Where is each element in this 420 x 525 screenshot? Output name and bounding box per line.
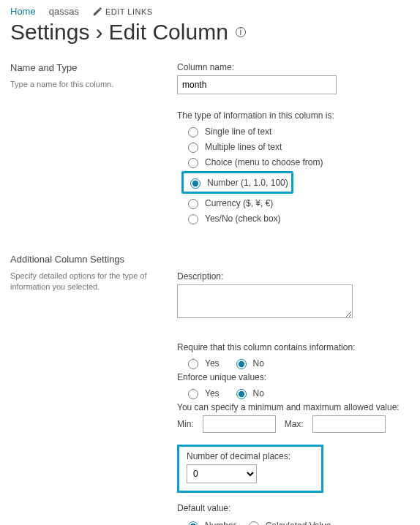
decimal-select[interactable]: 0 <box>187 464 257 483</box>
minmax-row: Min: Max: <box>177 415 410 433</box>
type-number-label: Number (1, 1.0, 100) <box>207 178 288 188</box>
require-yes-radio[interactable] <box>188 359 198 369</box>
require-no-label: No <box>253 358 264 369</box>
type-multi-line-radio[interactable] <box>188 143 198 153</box>
nav-crumb[interactable]: qassas <box>49 6 79 17</box>
top-nav: Home qassas EDIT LINKS <box>0 0 420 20</box>
default-number-label: Number <box>205 521 236 526</box>
minmax-label: You can specify a minimum and maximum al… <box>177 402 410 412</box>
page-title: Settings › Edit Column i <box>10 20 420 45</box>
default-number-radio[interactable] <box>188 521 198 525</box>
require-group: Yes No <box>184 357 410 369</box>
default-calculated-label: Calculated Value <box>266 521 331 526</box>
max-label: Max: <box>285 419 304 429</box>
type-number-radio[interactable] <box>190 178 200 189</box>
description-label: Description: <box>177 271 410 282</box>
title-settings: Settings <box>10 20 89 45</box>
title-edit-column: Edit Column <box>108 20 228 45</box>
section-additional-heading: Additional Column Settings <box>10 254 164 265</box>
edit-links-button[interactable]: EDIT LINKS <box>92 7 153 17</box>
type-multi-line[interactable]: Multiple lines of text <box>184 140 410 153</box>
default-calculated[interactable]: Calculated Value <box>245 519 331 525</box>
unique-no[interactable]: No <box>233 387 264 399</box>
unique-group: Yes No <box>184 387 410 399</box>
section-name-type-help: Type a name for this column. <box>10 79 149 90</box>
type-single-line-radio[interactable] <box>188 127 198 137</box>
type-yesno-label: Yes/No (check box) <box>205 214 281 224</box>
decimal-label: Number of decimal places: <box>187 451 314 461</box>
column-name-label: Column name: <box>177 62 410 72</box>
type-prompt: The type of information in this column i… <box>177 110 410 121</box>
column-name-input[interactable] <box>177 75 337 94</box>
type-choice-label: Choice (menu to choose from) <box>205 157 323 167</box>
form-area: Name and Type Type a name for this colum… <box>0 55 420 525</box>
section-additional-help: Specify detailed options for the type of… <box>10 271 149 292</box>
pencil-icon <box>92 7 102 17</box>
default-number[interactable]: Number <box>184 519 236 525</box>
edit-links-label: EDIT LINKS <box>105 7 153 16</box>
default-value-label: Default value: <box>177 503 410 513</box>
require-yes[interactable]: Yes <box>184 357 220 369</box>
require-no-radio[interactable] <box>236 359 247 369</box>
min-input[interactable] <box>203 415 276 433</box>
min-label: Min: <box>177 419 194 429</box>
unique-label: Enforce unique values: <box>177 372 410 382</box>
column-type-group: Single line of text Multiple lines of te… <box>184 125 410 224</box>
breadcrumb-separator: › <box>95 20 102 45</box>
type-choice[interactable]: Choice (menu to choose from) <box>184 156 410 168</box>
info-icon[interactable]: i <box>236 27 246 37</box>
type-currency-label: Currency ($, ¥, €) <box>205 198 273 208</box>
max-input[interactable] <box>312 415 386 433</box>
type-multi-line-label: Multiple lines of text <box>205 142 282 152</box>
type-choice-radio[interactable] <box>188 158 198 168</box>
description-textarea[interactable] <box>177 284 353 318</box>
type-single-line[interactable]: Single line of text <box>184 125 410 137</box>
unique-yes[interactable]: Yes <box>184 387 220 399</box>
unique-yes-radio[interactable] <box>188 389 198 399</box>
type-number-highlight: Number (1, 1.0, 100) <box>181 171 293 194</box>
unique-no-radio[interactable] <box>236 389 247 399</box>
type-number[interactable]: Number (1, 1.0, 100) <box>187 176 288 189</box>
type-single-line-label: Single line of text <box>205 126 271 137</box>
right-column: Column name: The type of information in … <box>177 55 410 525</box>
type-currency-radio[interactable] <box>188 199 198 209</box>
require-no[interactable]: No <box>233 357 264 369</box>
left-column: Name and Type Type a name for this colum… <box>10 55 164 525</box>
section-name-type-heading: Name and Type <box>10 62 164 73</box>
type-yesno-radio[interactable] <box>188 214 198 224</box>
default-calculated-radio[interactable] <box>249 521 259 525</box>
default-value-group: Number Calculated Value <box>184 516 410 525</box>
require-yes-label: Yes <box>205 358 220 369</box>
type-yesno[interactable]: Yes/No (check box) <box>184 212 410 224</box>
unique-no-label: No <box>253 388 264 399</box>
type-currency[interactable]: Currency ($, ¥, €) <box>184 197 410 209</box>
decimal-highlight: Number of decimal places: 0 <box>177 445 323 493</box>
nav-home[interactable]: Home <box>10 6 36 17</box>
require-label: Require that this column contains inform… <box>177 342 410 352</box>
unique-yes-label: Yes <box>205 388 220 399</box>
